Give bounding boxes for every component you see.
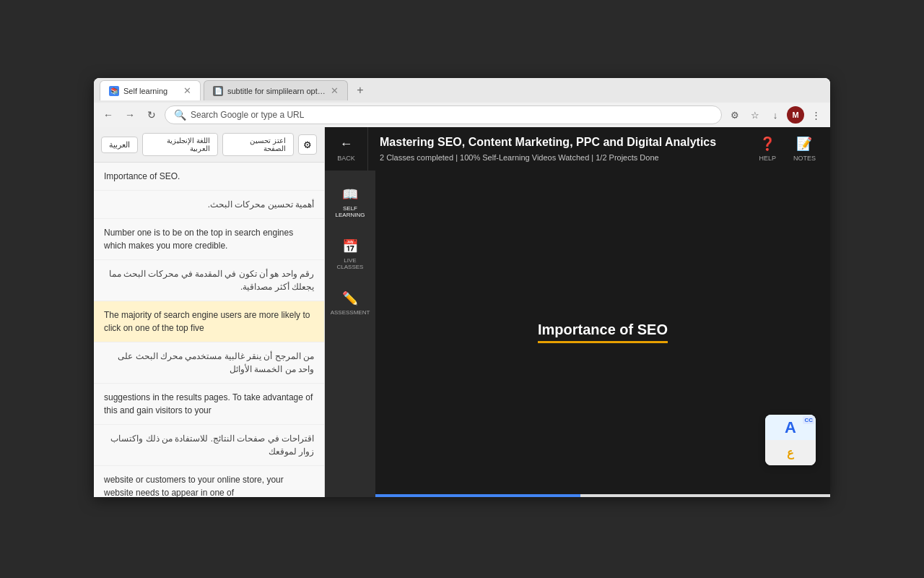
settings-icon-button[interactable]: ⚙ [298,134,317,155]
nav-self-learning[interactable]: 📖 SELF LEARNING [325,179,375,225]
float-letter-ar: ع [765,440,816,465]
course-panel: ← BACK Mastering SEO, Content Marketing,… [325,127,830,497]
arabic-button[interactable]: العربية [101,137,138,153]
subtitle-item-4: رقم واحد هو أن تكون في المقدمة في محركات… [94,260,324,301]
bookmark-button[interactable]: ☆ [746,106,764,124]
side-nav: 📖 SELF LEARNING 📅 LIVE CLASSES ✏️ ASSESS… [325,171,375,497]
live-classes-label: LIVE CLASSES [331,257,370,270]
back-nav-button[interactable]: ← [100,106,117,124]
course-meta: 2 Classes completed | 100% Self-Learning… [380,153,733,162]
tabs-bar: 📚 Self learning ✕ 📄 subtitle for simplil… [94,78,830,103]
downloads-button[interactable]: ↓ [767,106,784,124]
subtitle-item-7: suggestions in the results pages. To tak… [94,384,324,425]
tab-self-learning[interactable]: 📚 Self learning ✕ [100,80,201,100]
subtitle-item-9: website or customers to your online stor… [94,466,324,497]
subtitle-toolbar: العربية اللغة الإنجليزية العربية اعتز تح… [94,127,324,163]
subtitle-list: Importance of SEO. أهمية تحسين محركات ال… [94,163,324,497]
tab-close-1[interactable]: ✕ [183,85,191,96]
subtitle-item-3: Number one is to be on the top in search… [94,219,324,260]
video-title: Importance of SEO [538,322,668,343]
browser-window: 📚 Self learning ✕ 📄 subtitle for simplil… [94,78,830,497]
extensions-button[interactable]: ⚙ [726,106,744,124]
subtitle-panel: العربية اللغة الإنجليزية العربية اعتز تح… [94,127,325,497]
help-button[interactable]: ❓ HELP [759,136,776,162]
nav-live-classes[interactable]: 📅 LIVE CLASSES [325,231,375,277]
video-area: Importance of SEO A CC ع [375,171,830,497]
back-button[interactable]: ← BACK [325,127,368,171]
improve-button[interactable]: اعتز تحسين الصفحة [222,133,294,156]
address-bar: ← → ↻ 🔍 Search Google or type a URL ⚙ ☆ … [94,103,830,127]
assessment-label: ASSESSMENT [331,309,370,316]
subtitle-item-1: Importance of SEO. [94,163,324,191]
subtitle-item-2: أهمية تحسين محركات البحث. [94,191,324,219]
browser-content: العربية اللغة الإنجليزية العربية اعتز تح… [94,127,830,497]
float-letter-en: A CC [765,415,816,440]
help-label: HELP [759,155,776,162]
subtitle-item-5: The majority of search engine users are … [94,301,324,342]
screen: 📚 Self learning ✕ 📄 subtitle for simplil… [0,0,924,578]
tab-add-button[interactable]: + [351,81,370,100]
profile-avatar[interactable]: M [787,106,804,124]
tab-label-1: Self learning [123,87,179,95]
browser-chrome: 📚 Self learning ✕ 📄 subtitle for simplil… [94,78,830,127]
tab-favicon-2: 📄 [213,86,223,96]
notes-icon: 📝 [796,136,812,152]
course-header: ← BACK Mastering SEO, Content Marketing,… [325,127,830,171]
back-label: BACK [337,155,355,162]
video-progress-fill [375,494,580,497]
notes-button[interactable]: 📝 NOTES [793,136,816,162]
tab-subtitle[interactable]: 📄 subtitle for simplilearn options ✕ [204,80,348,100]
subtitle-item-8: اقتراحات في صفحات النتائج. للاستفادة من … [94,425,324,466]
notes-label: NOTES [793,155,816,162]
video-progress-bar[interactable] [375,494,830,497]
address-input[interactable]: 🔍 Search Google or type a URL [165,105,722,124]
back-arrow-icon: ← [340,137,353,152]
search-icon: 🔍 [174,109,186,121]
subtitle-item-6: من المرجح أن ينقر غالبية مستخدمي محرك ال… [94,342,324,384]
assessment-icon: ✏️ [342,290,358,306]
self-learning-label: SELF LEARNING [331,205,370,218]
nav-assessment[interactable]: ✏️ ASSESSMENT [325,283,375,323]
self-learning-icon: 📖 [342,186,358,202]
cc-badge: CC [803,416,814,424]
forward-nav-button[interactable]: → [121,106,139,124]
float-subtitle-button[interactable]: A CC ع [765,415,816,465]
help-icon: ❓ [759,136,775,152]
live-classes-icon: 📅 [342,238,358,254]
tab-label-2: subtitle for simplilearn options [227,87,326,95]
menu-button[interactable]: ⋮ [807,106,824,124]
course-body: 📖 SELF LEARNING 📅 LIVE CLASSES ✏️ ASSESS… [325,171,830,497]
float-subtitle-content: A CC ع [765,415,816,465]
refresh-button[interactable]: ↻ [143,106,160,124]
course-info: Mastering SEO, Content Marketing, PPC an… [368,127,744,171]
browser-actions: ⚙ ☆ ↓ M ⋮ [726,106,824,124]
url-text: Search Google or type a URL [191,110,304,120]
course-title: Mastering SEO, Content Marketing, PPC an… [380,136,733,149]
course-header-actions: ❓ HELP 📝 NOTES [744,127,830,171]
tab-close-2[interactable]: ✕ [331,85,339,96]
tab-favicon-1: 📚 [109,86,119,96]
video-container: Importance of SEO A CC ع [375,171,830,494]
english-arabic-button[interactable]: اللغة الإنجليزية العربية [142,133,218,156]
